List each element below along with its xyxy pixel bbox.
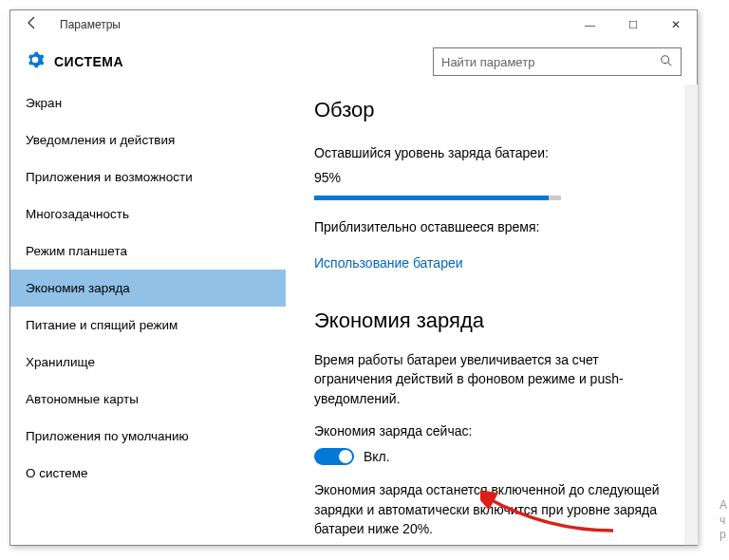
content: Обзор Оставшийся уровень заряда батареи:…: [286, 84, 697, 545]
sidebar-item-offline-maps[interactable]: Автономные карты: [10, 381, 286, 418]
gear-icon: [26, 50, 45, 74]
battery-remaining-label: Оставшийся уровень заряда батареи:: [314, 143, 674, 162]
toggle-knob: [339, 450, 352, 463]
search-icon: [660, 54, 673, 70]
back-button[interactable]: [18, 15, 47, 34]
sidebar-item-battery-saver[interactable]: Экономия заряда: [10, 270, 286, 307]
toggle-state-label: Вкл.: [364, 449, 390, 464]
search-placeholder: Найти параметр: [441, 55, 660, 69]
svg-point-0: [662, 55, 669, 63]
window-controls: [569, 10, 697, 39]
sidebar-item-default-apps[interactable]: Приложения по умолчанию: [10, 418, 286, 455]
page-title: СИСТЕМА: [54, 54, 123, 69]
battery-usage-link[interactable]: Использование батареи: [314, 253, 463, 272]
sidebar-item-apps[interactable]: Приложения и возможности: [10, 159, 286, 196]
sidebar-item-multitasking[interactable]: Многозадачность: [10, 196, 286, 233]
battery-saver-now-label: Экономия заряда сейчас:: [314, 421, 674, 440]
sidebar: Экран Уведомления и действия Приложения …: [10, 84, 286, 545]
battery-saver-heading: Экономия заряда: [314, 308, 674, 333]
battery-progress-fill: [314, 196, 549, 200]
maximize-button[interactable]: [611, 10, 654, 39]
sidebar-item-display[interactable]: Экран: [10, 84, 286, 121]
time-remaining-label: Приблизительно оставшееся время:: [314, 217, 674, 236]
body: Экран Уведомления и действия Приложения …: [10, 84, 697, 545]
battery-saver-toggle-row: Вкл.: [314, 448, 674, 465]
settings-window: Параметры СИСТЕМА Найти параметр Экран У…: [9, 9, 698, 546]
sidebar-item-about[interactable]: О системе: [10, 455, 286, 492]
window-title: Параметры: [60, 18, 121, 31]
titlebar: Параметры: [10, 10, 697, 39]
sidebar-item-power[interactable]: Питание и спящий режим: [10, 307, 286, 344]
sidebar-item-notifications[interactable]: Уведомления и действия: [10, 121, 286, 159]
scrollbar[interactable]: [684, 84, 698, 545]
battery-remaining-value: 95%: [314, 168, 674, 187]
svg-line-1: [668, 62, 672, 65]
header: СИСТЕМА Найти параметр: [10, 39, 697, 84]
battery-saver-note: Экономия заряда останется включенной до …: [314, 480, 674, 538]
battery-saver-toggle[interactable]: [314, 448, 354, 465]
close-button[interactable]: [654, 10, 697, 39]
battery-progress: [314, 196, 561, 200]
overview-heading: Обзор: [314, 98, 674, 122]
battery-saver-description: Время работы батареи увеличивается за сч…: [314, 350, 674, 408]
cropped-side-text: Ачр: [720, 498, 727, 543]
minimize-button[interactable]: [569, 10, 611, 39]
sidebar-item-storage[interactable]: Хранилище: [10, 344, 286, 381]
search-input[interactable]: Найти параметр: [433, 47, 682, 76]
sidebar-item-tablet[interactable]: Режим планшета: [10, 233, 286, 270]
